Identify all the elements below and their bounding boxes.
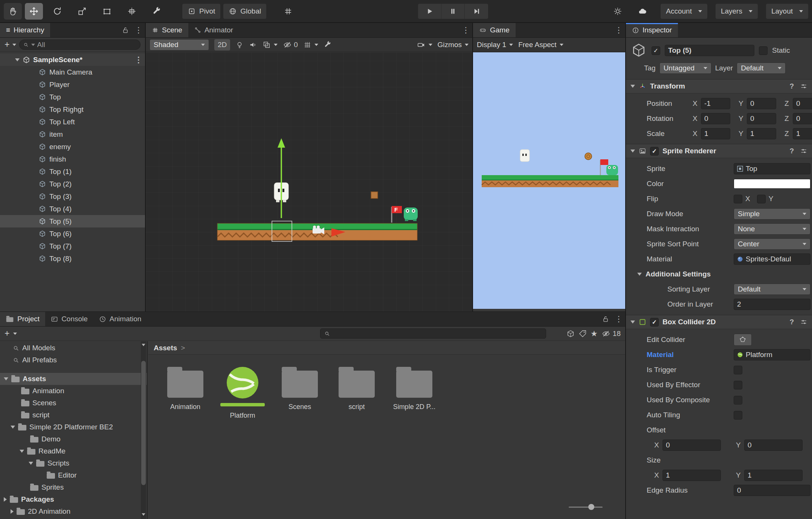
foldout-icon[interactable] [11,426,15,429]
edge-radius-field[interactable] [734,485,810,496]
hierarchy-search[interactable] [19,40,140,50]
scene-audio-toggle[interactable] [249,41,257,49]
foldout-icon[interactable] [11,509,14,514]
help-icon[interactable]: ? [789,82,794,90]
used-by-effector-checkbox[interactable] [734,381,742,389]
scroll-up-arrow[interactable] [142,344,145,346]
hierarchy-item-selected[interactable]: Top (5) [0,215,145,227]
cloud-services-button[interactable] [633,3,652,20]
foldout-icon[interactable] [20,450,24,453]
tree-item-2d-animation[interactable]: 2D Animation [0,505,147,517]
active-checkbox[interactable] [652,46,660,55]
favorites-button[interactable]: ★ [591,329,598,338]
visible-count-toggle[interactable]: 18 [601,330,621,338]
move-tool-button[interactable] [25,3,43,20]
scene-menu-button[interactable]: ⋮ [459,23,472,37]
tree-item-simple-2d-platformer[interactable]: Simple 2D Platformer BE2 [0,421,147,433]
scene-lighting-toggle[interactable] [235,41,244,49]
tab-console[interactable]: Console [45,312,93,326]
tab-game[interactable]: Game [473,23,516,37]
asset-item-simple-2d-p[interactable]: Simple 2D P... [386,368,443,411]
layers-dropdown[interactable]: Layers [716,4,758,19]
grid-snap-button[interactable] [279,3,297,20]
hierarchy-item[interactable]: Top Righgt [0,103,145,116]
global-toggle-button[interactable]: Global [223,4,266,19]
foldout-icon[interactable] [630,85,635,88]
tab-animator[interactable]: Animator [188,23,239,37]
foldout-icon[interactable] [630,321,635,324]
scene-grid-dropdown[interactable] [303,41,318,49]
hierarchy-menu-button[interactable]: ⋮ [132,23,145,37]
hierarchy-item[interactable]: Top (2) [0,178,145,190]
scene-menu-button[interactable]: ⋮ [132,55,145,64]
scale-x-field[interactable] [701,128,730,139]
foldout-icon[interactable] [15,58,20,61]
tree-scrollbar-thumb[interactable] [141,361,146,485]
transform-tool-button[interactable] [123,3,141,20]
collider-material-label[interactable]: Material [647,351,734,359]
scale-tool-button[interactable] [73,3,91,20]
scene-effects-dropdown[interactable] [263,41,278,49]
display-dropdown[interactable]: Display 1 [477,41,513,49]
color-swatch[interactable] [734,179,810,189]
tree-item-scenes[interactable]: Scenes [0,397,147,409]
tree-item-packages[interactable]: Packages [0,493,147,505]
presets-icon[interactable] [800,147,807,155]
foldout-icon[interactable] [4,377,8,380]
tab-inspector[interactable]: Inspector [626,23,678,37]
hierarchy-search-input[interactable] [37,41,136,49]
hierarchy-item[interactable]: Main Camera [0,66,145,78]
object-name-field[interactable] [665,45,754,56]
label-filter-button[interactable] [578,330,587,338]
aspect-dropdown[interactable]: Free Aspect [518,41,563,49]
2d-mode-toggle[interactable]: 2D [214,39,230,50]
foldout-icon[interactable] [637,273,642,276]
position-z-field[interactable] [793,98,812,109]
scene-viewport[interactable]: F [146,52,472,311]
sprite-renderer-enabled-checkbox[interactable] [650,147,659,156]
hierarchy-item[interactable]: Top (7) [0,240,145,252]
sorting-layer-dropdown[interactable]: Default [734,284,810,295]
tree-scrollbar[interactable] [141,341,146,519]
pivot-toggle-button[interactable]: Pivot [182,4,220,19]
hierarchy-item[interactable]: enemy [0,140,145,153]
hierarchy-item[interactable]: Top (3) [0,190,145,203]
tree-item-assets[interactable]: Assets [0,373,147,385]
scale-y-field[interactable] [747,128,776,139]
order-in-layer-field[interactable] [734,299,810,310]
tree-item-animation[interactable]: Animation [0,385,147,397]
scene-visibility-toggle[interactable]: 0 [283,41,298,49]
tag-dropdown[interactable]: Untagged [659,63,711,74]
project-menu-button[interactable]: ⋮ [612,312,625,326]
project-search-input[interactable] [333,330,542,338]
transform-header[interactable]: Transform ? [626,79,812,93]
scene-camera-dropdown[interactable] [417,41,432,49]
layout-dropdown[interactable]: Layout [766,4,808,19]
hierarchy-item[interactable]: Player [0,78,145,91]
step-button[interactable] [465,4,488,19]
asset-item-animation[interactable]: Animation [157,368,214,411]
tree-item-scripts[interactable]: Scripts [0,457,147,469]
tree-item-sprites[interactable]: Sprites [0,481,147,493]
sprite-object-field[interactable]: Top [734,163,810,174]
layer-dropdown[interactable]: Default [737,63,786,74]
tree-item-script[interactable]: script [0,409,147,421]
chevron-down-icon[interactable] [13,333,17,335]
project-create-button[interactable]: + [5,328,9,339]
additional-settings-foldout[interactable]: Additional Settings [626,267,812,282]
tab-scene[interactable]: Scene [146,23,188,37]
foldout-icon[interactable] [29,462,33,465]
asset-item-scenes[interactable]: Scenes [272,368,328,411]
scale-z-field[interactable] [793,128,812,139]
position-y-field[interactable] [747,98,776,109]
tab-animation[interactable]: Animation [93,312,147,326]
shading-mode-dropdown[interactable]: Shaded [150,39,209,50]
pause-button[interactable] [441,4,465,19]
hand-tool-button[interactable] [4,3,22,20]
asset-item-script[interactable]: script [328,368,385,411]
slider-knob[interactable] [588,504,594,510]
sprite-sort-point-dropdown[interactable]: Center [734,238,810,250]
size-y-field[interactable] [744,470,803,481]
help-icon[interactable]: ? [789,318,794,326]
mask-interaction-dropdown[interactable]: None [734,223,810,235]
